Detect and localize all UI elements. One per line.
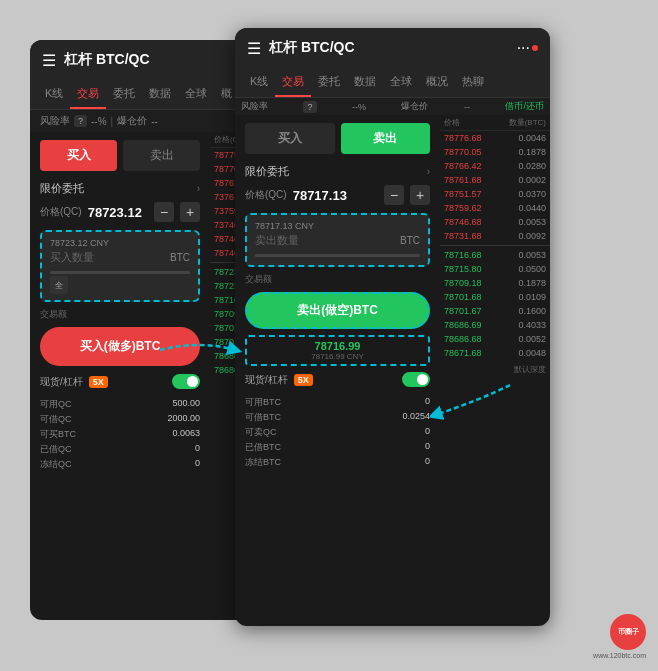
right-depth-label[interactable]: 默认深度 [440, 360, 550, 379]
stat-available-qc: 可用QC 500.00 [40, 397, 200, 412]
right-order-type-label: 限价委托 [245, 164, 289, 179]
price-cny: 78723.12 CNY [50, 238, 190, 248]
right-stat-sellable-qc: 可卖QC 0 [245, 425, 430, 440]
buy-sell-row: 买入 卖出 [30, 132, 210, 179]
right-price-list-header: 价格 数量(BTC) [440, 115, 550, 131]
right-leverage-row: 现货/杠杆 5X [235, 368, 440, 391]
qty-placeholder[interactable]: 买入数量 [50, 250, 94, 265]
right-tab-kline[interactable]: K线 [243, 68, 275, 97]
right-stat-borrowed-btc: 已借BTC 0 [245, 440, 430, 455]
buy-action-button[interactable]: 买入(做多)BTC [40, 327, 200, 366]
right-tab-order[interactable]: 委托 [311, 68, 347, 97]
right-price-item: 78761.680.0002 [440, 173, 550, 187]
notification-dot [532, 45, 538, 51]
right-qty-placeholder[interactable]: 卖出数量 [255, 233, 299, 248]
right-price-item: 78715.800.0500 [440, 262, 550, 276]
right-title: 杠杆 BTC/QC [269, 39, 517, 57]
right-price-label: 价格(QC) [245, 188, 287, 202]
right-risk-badge: ? [303, 101, 316, 113]
stat-buyable-btc: 可买BTC 0.0063 [40, 427, 200, 442]
leverage-toggle[interactable] [172, 374, 200, 389]
lever-label: 爆仓价 [117, 114, 147, 128]
right-form: 买入 卖出 限价委托 › 价格(QC) 78717.13 − + 78717. [235, 115, 440, 626]
right-tab-bar: K线 交易 委托 数据 全球 概况 热聊 [235, 68, 550, 98]
right-price-item: 78746.680.0053 [440, 215, 550, 229]
right-price-cny: 78717.13 CNY [255, 221, 420, 231]
right-menu-icon[interactable]: ☰ [247, 39, 261, 58]
price-increase[interactable]: + [180, 202, 200, 222]
qty-slider[interactable] [50, 271, 190, 274]
logo-watermark: 币圈子 www.120btc.com [593, 614, 646, 659]
price-label: 价格(QC) [40, 205, 82, 219]
risk-value: --% [91, 116, 107, 127]
right-price-item: 78686.690.4033 [440, 318, 550, 332]
tab-trade[interactable]: 交易 [70, 80, 106, 109]
right-top-bar: ☰ 杠杆 BTC/QC ··· [235, 28, 550, 68]
price-value: 78723.12 [88, 205, 148, 220]
current-price-big: 78716.99 [253, 340, 422, 352]
tab-kline[interactable]: K线 [38, 80, 70, 109]
right-leverage-toggle[interactable] [402, 372, 430, 387]
right-panel: ☰ 杠杆 BTC/QC ··· K线 交易 委托 数据 全球 概况 热聊 风险率… [235, 28, 550, 626]
page-wrapper: ☰ 杠杆 BTC/QC ··· K线 交易 委托 数据 全球 概 风险率 ? -… [0, 0, 658, 671]
right-price-value: 78717.13 [293, 188, 378, 203]
all-btn[interactable]: 全 [50, 276, 68, 294]
left-form: 买入 卖出 限价委托 › 价格(QC) 78723.12 − + 78723. [30, 132, 210, 620]
qty-unit: BTC [170, 252, 190, 263]
right-tab-data[interactable]: 数据 [347, 68, 383, 97]
logo-url: www.120btc.com [593, 652, 646, 659]
right-fee-label: 交易额 [235, 271, 440, 288]
tab-global[interactable]: 全球 [178, 80, 214, 109]
sell-action-button[interactable]: 卖出(做空)BTC [245, 292, 430, 329]
stat-borrow-qc: 可借QC 2000.00 [40, 412, 200, 427]
right-price-item: 78751.570.0370 [440, 187, 550, 201]
right-lever-label: 爆仓价 [401, 100, 428, 113]
right-stat-frozen-btc: 冻结BTC 0 [245, 455, 430, 470]
borrow-link[interactable]: 借币/还币 [505, 100, 544, 113]
right-more-icon[interactable]: ··· [517, 39, 530, 57]
right-input-area: 78717.13 CNY 卖出数量 BTC [245, 213, 430, 267]
tab-data[interactable]: 数据 [142, 80, 178, 109]
right-leverage-label: 现货/杠杆 [245, 373, 288, 387]
right-stat-available-btc: 可用BTC 0 [245, 395, 430, 410]
right-price-increase[interactable]: + [410, 185, 430, 205]
right-price-decrease[interactable]: − [384, 185, 404, 205]
right-price-item: 78776.680.0046 [440, 131, 550, 145]
logo-circle: 币圈子 [610, 614, 646, 650]
right-price-item: 78770.050.1878 [440, 145, 550, 159]
right-tab-trade[interactable]: 交易 [275, 68, 311, 97]
right-stat-borrow-btc: 可借BTC 0.0254 [245, 410, 430, 425]
price-row: 价格(QC) 78723.12 − + [30, 198, 210, 226]
right-lever-value: -- [464, 102, 470, 112]
lever-value: -- [151, 116, 158, 127]
right-tab-chat[interactable]: 热聊 [455, 68, 491, 97]
right-price-item: 78731.680.0092 [440, 229, 550, 243]
risk-badge: ? [74, 115, 87, 127]
right-tab-global[interactable]: 全球 [383, 68, 419, 97]
right-price-item: 78701.680.0109 [440, 290, 550, 304]
tab-order[interactable]: 委托 [106, 80, 142, 109]
right-sell-button[interactable]: 卖出 [341, 123, 431, 154]
right-price-item: 78716.680.0053 [440, 248, 550, 262]
right-qty-slider[interactable] [255, 254, 420, 257]
leverage-badge: 5X [89, 376, 108, 388]
right-risk-value: --% [352, 102, 366, 112]
order-type-row[interactable]: 限价委托 › [30, 179, 210, 198]
right-order-type-arrow: › [427, 166, 430, 177]
right-price-row: 价格(QC) 78717.13 − + [235, 181, 440, 209]
right-order-type-row[interactable]: 限价委托 › [235, 162, 440, 181]
leverage-row: 现货/杠杆 5X [30, 370, 210, 393]
right-buy-button[interactable]: 买入 [245, 123, 335, 154]
current-price-cny: 78716.99 CNY [253, 352, 422, 361]
qty-field-row: 买入数量 BTC [50, 250, 190, 265]
right-tab-overview[interactable]: 概况 [419, 68, 455, 97]
sell-button[interactable]: 卖出 [123, 140, 200, 171]
price-decrease[interactable]: − [154, 202, 174, 222]
right-info-bar: 风险率 ? --% 爆仓价 -- 借币/还币 [235, 98, 550, 115]
right-buy-sell-row: 买入 卖出 [235, 115, 440, 162]
buy-button[interactable]: 买入 [40, 140, 117, 171]
fee-label: 交易额 [30, 306, 210, 323]
right-risk-label: 风险率 [241, 100, 268, 113]
menu-icon[interactable]: ☰ [42, 51, 56, 70]
stat-borrowed-qc: 已借QC 0 [40, 442, 200, 457]
